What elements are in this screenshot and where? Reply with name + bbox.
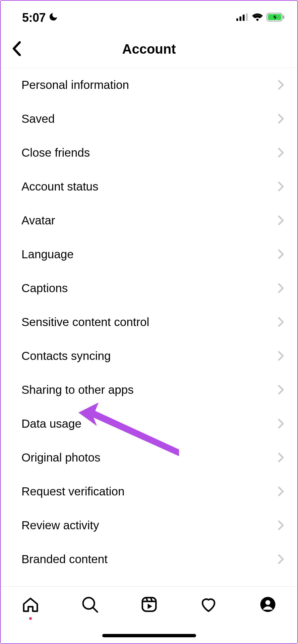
nav-header: Account xyxy=(1,31,297,68)
wifi-icon xyxy=(252,13,263,22)
settings-item-avatar[interactable]: Avatar xyxy=(1,203,297,237)
settings-item-sensitive-content-control[interactable]: Sensitive content control xyxy=(1,305,297,339)
settings-item-label: Avatar xyxy=(21,214,55,227)
chevron-left-icon xyxy=(12,41,22,57)
settings-list: Personal information Saved Close friends… xyxy=(1,68,297,576)
chevron-right-icon xyxy=(278,419,284,429)
settings-item-close-friends[interactable]: Close friends xyxy=(1,136,297,169)
settings-item-label: Request verification xyxy=(21,485,124,498)
settings-item-label: Data usage xyxy=(21,417,81,430)
settings-item-captions[interactable]: Captions xyxy=(1,271,297,305)
chevron-right-icon xyxy=(278,452,284,463)
chevron-right-icon xyxy=(278,249,284,259)
tab-search[interactable] xyxy=(79,595,101,614)
tab-reels[interactable] xyxy=(138,595,160,614)
settings-item-contacts-syncing[interactable]: Contacts syncing xyxy=(1,339,297,373)
svg-rect-3 xyxy=(246,13,248,21)
settings-item-branded-content[interactable]: Branded content xyxy=(1,542,297,576)
svg-line-9 xyxy=(93,607,98,612)
tab-profile[interactable] xyxy=(257,595,279,614)
svg-rect-6 xyxy=(283,15,284,19)
chevron-right-icon xyxy=(278,148,284,158)
settings-item-label: Original photos xyxy=(21,451,100,464)
cellular-signal-icon xyxy=(236,13,248,22)
status-bar: 5:07 xyxy=(1,1,297,31)
moon-icon xyxy=(48,11,58,25)
battery-charging-icon xyxy=(266,13,285,23)
search-icon xyxy=(81,595,99,614)
settings-item-original-photos[interactable]: Original photos xyxy=(1,440,297,474)
chevron-right-icon xyxy=(278,283,284,293)
page-title: Account xyxy=(1,42,297,57)
svg-point-15 xyxy=(265,600,270,605)
chevron-right-icon xyxy=(278,80,284,90)
settings-item-label: Saved xyxy=(21,112,55,125)
heart-icon xyxy=(199,595,218,614)
chevron-right-icon xyxy=(278,351,284,361)
svg-rect-1 xyxy=(239,16,241,21)
chevron-right-icon xyxy=(278,520,284,530)
chevron-right-icon xyxy=(278,114,284,124)
svg-rect-0 xyxy=(236,18,238,21)
home-icon xyxy=(21,595,40,614)
settings-item-label: Review activity xyxy=(21,519,99,532)
settings-item-label: Language xyxy=(21,248,74,261)
settings-item-sharing-to-other-apps[interactable]: Sharing to other apps xyxy=(1,373,297,407)
settings-item-label: Sensitive content control xyxy=(21,315,149,329)
settings-item-label: Personal information xyxy=(21,78,129,92)
reels-icon xyxy=(140,595,158,614)
status-right xyxy=(236,13,285,23)
settings-item-label: Sharing to other apps xyxy=(21,383,134,396)
chevron-right-icon xyxy=(278,486,284,496)
svg-rect-2 xyxy=(243,14,245,21)
settings-item-label: Captions xyxy=(21,281,68,295)
settings-item-language[interactable]: Language xyxy=(1,237,297,271)
settings-item-data-usage[interactable]: Data usage xyxy=(1,407,297,440)
settings-item-saved[interactable]: Saved xyxy=(1,102,297,136)
settings-item-review-activity[interactable]: Review activity xyxy=(1,508,297,542)
back-button[interactable] xyxy=(7,39,27,59)
chevron-right-icon xyxy=(278,385,284,395)
chevron-right-icon xyxy=(278,181,284,192)
tab-home[interactable] xyxy=(20,595,41,620)
home-indicator[interactable] xyxy=(102,634,196,637)
settings-item-label: Branded content xyxy=(21,552,108,566)
notification-dot xyxy=(29,617,32,620)
status-left: 5:07 xyxy=(22,11,58,25)
chevron-right-icon xyxy=(278,317,284,327)
status-time: 5:07 xyxy=(22,11,46,25)
tab-activity[interactable] xyxy=(198,595,219,614)
settings-item-label: Contacts syncing xyxy=(21,349,111,363)
settings-item-account-status[interactable]: Account status xyxy=(1,169,297,203)
settings-item-request-verification[interactable]: Request verification xyxy=(1,474,297,508)
svg-rect-10 xyxy=(142,598,156,611)
settings-item-personal-information[interactable]: Personal information xyxy=(1,68,297,102)
settings-item-label: Account status xyxy=(21,180,99,193)
chevron-right-icon xyxy=(278,215,284,225)
chevron-right-icon xyxy=(278,554,284,564)
profile-icon xyxy=(259,595,277,614)
settings-item-label: Close friends xyxy=(21,146,90,159)
